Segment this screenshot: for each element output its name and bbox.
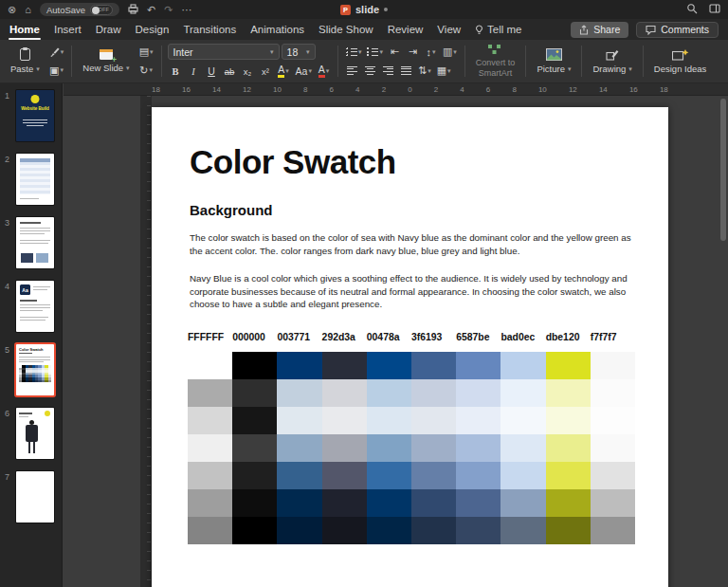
ruler-number: 14 xyxy=(212,85,221,94)
vertical-scrollbar[interactable] xyxy=(720,99,726,241)
swatch-hex-labels[interactable]: FFFFFF000000003771292d3a00478a3f61936587… xyxy=(188,332,635,342)
align-text-button[interactable]: ▦▾ xyxy=(435,64,453,79)
ruler-number: 12 xyxy=(569,85,577,94)
comments-button[interactable]: Comments xyxy=(636,22,719,38)
tab-animations[interactable]: Animations xyxy=(250,24,304,35)
swatch-cell xyxy=(232,434,277,462)
color-swatch-grid[interactable] xyxy=(188,352,635,544)
columns-button[interactable]: ▥▾ xyxy=(441,45,459,60)
autosave-toggle[interactable]: AutoSave OFF xyxy=(40,3,119,16)
tab-review[interactable]: Review xyxy=(388,24,424,35)
search-icon[interactable] xyxy=(686,1,698,18)
ruler-number: 16 xyxy=(629,85,638,94)
swatch-hex-label: 00478a xyxy=(367,332,411,342)
align-center-button[interactable] xyxy=(362,64,378,79)
decrease-indent-button[interactable]: ⇤ xyxy=(387,45,403,60)
undo-icon[interactable]: ↶ xyxy=(147,5,155,15)
home-icon[interactable]: ⌂ xyxy=(25,5,31,15)
slide-thumbnail-panel: 1 Website Build 2 3 4 xyxy=(0,83,63,587)
swatch-cell xyxy=(367,462,411,489)
thumb-6-canvas xyxy=(16,408,54,459)
tab-view[interactable]: View xyxy=(437,24,461,35)
reset-slide-button[interactable]: ↻▾ xyxy=(137,63,155,78)
justify-button[interactable] xyxy=(398,64,414,79)
ruler-number: 8 xyxy=(512,85,516,94)
swatch-cell xyxy=(591,517,635,544)
subscript-button[interactable]: x₂ xyxy=(240,64,256,79)
drawing-button[interactable]: Drawing▾ xyxy=(588,43,636,80)
font-size-select[interactable]: 18 ▾ xyxy=(282,44,316,60)
font-color-button[interactable]: A▾ xyxy=(316,64,332,79)
redo-icon[interactable]: ↷ xyxy=(164,5,173,15)
numbering-button[interactable]: ▾ xyxy=(365,45,385,60)
slide-thumbnail-4[interactable]: 4 Aa xyxy=(0,281,62,332)
tab-insert[interactable]: Insert xyxy=(54,24,82,35)
ribbon-toolbar: Paste▾ ▾ ▣ ▾ New Slide▾ ▤▾ ↻▾ Inter xyxy=(0,40,728,83)
ruler-number: 4 xyxy=(460,85,464,94)
slide-thumbnail-6[interactable]: 6 xyxy=(0,408,62,459)
line-spacing-button[interactable]: ↕▾ xyxy=(423,45,439,60)
swatch-cell xyxy=(546,434,591,462)
slide-thumbnail-7[interactable]: 7 xyxy=(0,471,62,523)
tab-transitions[interactable]: Transitions xyxy=(183,24,236,35)
lightbulb-icon xyxy=(475,25,483,35)
slide-number: 3 xyxy=(5,217,13,268)
slide-heading[interactable]: Background xyxy=(190,202,273,218)
slide-layout-button[interactable]: ▤▾ xyxy=(137,45,155,60)
swatch-cell xyxy=(591,379,635,407)
new-slide-button[interactable]: New Slide▾ xyxy=(78,43,134,80)
swatch-cell xyxy=(456,379,500,407)
print-icon[interactable] xyxy=(128,1,138,18)
window-close-icon[interactable]: ⊗ xyxy=(8,5,16,15)
align-left-button[interactable] xyxy=(344,64,360,79)
slide-paragraph-1[interactable]: The color swatch is based on the color o… xyxy=(190,231,631,257)
align-right-button[interactable] xyxy=(380,64,396,79)
layout-icon: ▤ xyxy=(139,46,149,58)
design-ideas-button[interactable]: Design Ideas xyxy=(649,43,711,80)
swatch-cell xyxy=(411,434,456,462)
strikethrough-button[interactable]: ab xyxy=(222,64,238,79)
tab-slide-show[interactable]: Slide Show xyxy=(318,24,373,35)
tab-strip: HomeInsertDrawDesignTransitionsAnimation… xyxy=(9,24,461,35)
tab-draw[interactable]: Draw xyxy=(96,24,121,35)
sidebar-panel-icon[interactable] xyxy=(709,1,720,18)
highlight-color-button[interactable]: A▾ xyxy=(276,64,292,79)
swatch-hex-label: 292d3a xyxy=(322,332,367,342)
change-case-button[interactable]: Aa▾ xyxy=(294,64,314,79)
paste-button[interactable]: Paste▾ xyxy=(6,43,45,80)
more-commands-icon[interactable]: ⋯ xyxy=(182,5,192,15)
clipboard-options-button[interactable]: ▣ ▾ xyxy=(47,63,66,78)
increase-indent-button[interactable]: ⇥ xyxy=(405,45,421,60)
slide-thumbnail-5[interactable]: 5 Color Swatch xyxy=(0,344,62,395)
ribbon-divider xyxy=(525,46,526,77)
tab-design[interactable]: Design xyxy=(136,24,170,35)
swatch-cell xyxy=(546,379,591,407)
slide-title[interactable]: Color Swatch xyxy=(190,143,396,181)
slide-thumbnail-2[interactable]: 2 xyxy=(0,154,62,205)
slide-thumbnail-1[interactable]: 1 Website Build xyxy=(0,90,62,141)
format-painter-button[interactable]: ▾ xyxy=(47,45,66,60)
share-button[interactable]: Share xyxy=(571,22,628,38)
columns-icon: ▥ xyxy=(443,46,452,58)
slide-number: 4 xyxy=(5,281,13,332)
swatch-row xyxy=(188,379,635,407)
thumb-1-title: Website Build xyxy=(16,106,54,111)
mini-color-grid xyxy=(19,365,51,382)
autosave-switch[interactable]: OFF xyxy=(90,5,113,15)
font-name-value: Inter xyxy=(173,46,193,58)
convert-to-smartart-button[interactable]: Convert to SmartArt xyxy=(471,43,520,80)
picture-button[interactable]: Picture▾ xyxy=(532,43,575,80)
superscript-button[interactable]: x² xyxy=(258,64,274,79)
slide-thumbnail-3[interactable]: 3 xyxy=(0,217,62,268)
bold-button[interactable]: B xyxy=(168,64,184,79)
underline-button[interactable]: U xyxy=(204,64,220,79)
italic-button[interactable]: I xyxy=(186,64,202,79)
bullets-button[interactable]: ▾ xyxy=(344,45,364,60)
swatch-cell xyxy=(546,462,591,489)
font-name-select[interactable]: Inter ▾ xyxy=(168,44,280,60)
tab-home[interactable]: Home xyxy=(9,24,40,35)
slide-canvas[interactable]: Color Swatch Background The color swatch… xyxy=(152,107,668,587)
slide-paragraph-2[interactable]: Navy Blue is a cool color which gives a … xyxy=(190,272,631,311)
tab-tell-me[interactable]: Tell me xyxy=(475,24,521,35)
text-direction-button[interactable]: ⇅▾ xyxy=(416,64,433,79)
